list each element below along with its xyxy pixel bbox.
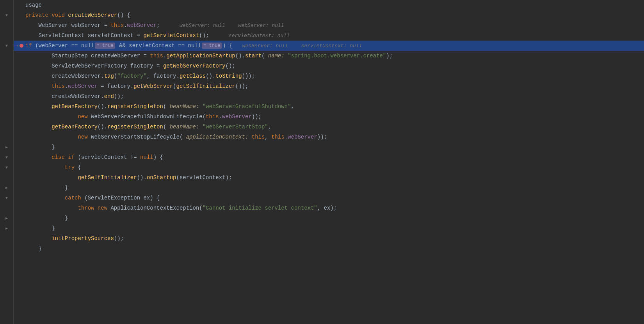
code-line-new-startstop: new WebServerStartStopLifecycle ( applic… [14, 132, 644, 142]
field-webserver-nss: webServer [288, 134, 317, 140]
brace-try: { [78, 164, 81, 171]
indent-bce [25, 225, 52, 231]
type-factory: ServletWebServerFactory [52, 63, 127, 69]
paren-gb2: ( [163, 124, 170, 130]
method-registersingleton2: registerSingleton [107, 124, 163, 130]
paren-gsi: (servletContext); [176, 174, 232, 181]
keyword-this-nss: this [252, 134, 265, 140]
space-hint-ws [160, 22, 180, 28]
fold-icon-15[interactable]: ▼ [4, 155, 9, 160]
type-servletexception: ServletException [88, 195, 140, 201]
code-line-getbean1: getBeanFactory (). registerSingleton ( b… [14, 101, 644, 112]
close-nss: )); [317, 134, 327, 140]
gutter-row-10 [0, 101, 13, 112]
breakpoint-dot-if [20, 44, 23, 48]
breakpoint-area-if [18, 44, 25, 48]
method-name-createWebServer: createWebServer [68, 12, 117, 18]
code-editor[interactable]: usage private void createWebServer () { … [14, 0, 644, 324]
code-line-brace-close-else: } [14, 223, 644, 233]
gutter-row-11 [0, 112, 13, 122]
field-webserver-ng: webServer [222, 114, 252, 120]
method-getwebserver: getWebServer [133, 83, 173, 89]
fold-icon-14[interactable]: ▶ [4, 145, 9, 150]
space-gb1 [199, 103, 202, 110]
method-tag: tag [104, 73, 114, 79]
indent-bct [25, 185, 65, 191]
gutter-row-3 [0, 30, 13, 41]
field-webserver: webServer [127, 22, 157, 28]
fold-icon-19[interactable]: ▼ [4, 196, 9, 200]
gutter-row-2 [0, 20, 13, 30]
method-parens: () { [117, 12, 130, 18]
method-getselfinit: getSelfInitializer [176, 83, 235, 89]
gutter-row-7 [0, 71, 13, 81]
hint-webserver-label2: webServer: null [238, 23, 284, 28]
indent-ip [25, 235, 52, 242]
gutter-row-18: ▶ [0, 183, 13, 193]
keyword-this-wa: this [52, 83, 65, 89]
code-line-tag: createWebServer. tag ( "factory" , facto… [14, 71, 644, 81]
code-text-usage: usage [25, 2, 42, 8]
param-name-ss: name: [268, 53, 285, 59]
parens-gsi: (). [137, 174, 147, 181]
gutter-row-1: ▼ [0, 10, 13, 20]
close-tag: ()); [242, 73, 255, 79]
paren-catch: ( [84, 195, 87, 201]
paren-wa: ( [173, 83, 176, 89]
keyword-null-ei: null [140, 154, 153, 160]
keyword-this-ws: this [110, 22, 124, 28]
gutter-row-21: ▶ [0, 213, 13, 223]
gutter-row-16: ▼ [0, 162, 13, 173]
fold-icon-18[interactable]: ▶ [4, 185, 9, 190]
comma-tag: , factory. [147, 73, 180, 79]
space-sc1: servletContext = [84, 32, 143, 39]
gutter-row-5 [0, 51, 13, 61]
code-line-throw: throw new ApplicationContextException ( … [14, 203, 644, 213]
dot-wa: . [65, 83, 68, 89]
and-if: && servletContext == null [116, 43, 201, 49]
code-line-initproperty: initPropertySources (); [14, 233, 644, 244]
parens-ss: (). [235, 53, 245, 59]
gutter-row-14: ▶ [0, 142, 13, 152]
indent-bc1 [25, 144, 52, 150]
code-line-usage: usage [14, 0, 644, 10]
method-end: end [104, 93, 114, 100]
code-line-new-graceful: new WebServerGracefulShutdownLifecycle (… [14, 112, 644, 122]
keyword-this-ss: this [150, 53, 163, 59]
code-line-try: try { [14, 162, 644, 173]
indent-end [25, 93, 52, 100]
paren-gb1: ( [163, 103, 170, 110]
fold-icon-1[interactable]: ▼ [4, 13, 9, 18]
space-1 [48, 12, 52, 18]
dot-nss: . [285, 134, 288, 140]
fold-icon-21[interactable]: ▶ [4, 216, 9, 221]
code-line-catch: catch ( ServletException ex) { [14, 193, 644, 203]
comma-throw: , ex); [317, 205, 337, 211]
code-line-brace-close-catch: } [14, 213, 644, 223]
paren-ei: (servletContext != [78, 154, 140, 160]
space-ss2 [285, 53, 288, 59]
dot-ss: . [163, 53, 166, 59]
close-ei: ) { [153, 154, 163, 160]
fold-icon-4[interactable]: ▼ [4, 43, 9, 48]
current-line-arrow: → [14, 43, 18, 49]
indent-sc [25, 32, 39, 39]
semicolon-ws: ; [157, 22, 160, 28]
indent-bcm [25, 246, 39, 252]
space-hint-if2 [288, 43, 301, 49]
paren-ng: ( [203, 114, 206, 120]
space-catch: ex) { [140, 195, 160, 201]
hint-webserver-label: webServer: null [180, 23, 225, 28]
keyword-new-nss: new [78, 134, 91, 140]
method-initproperty: initPropertySources [52, 235, 114, 242]
field-webserver-wa: webServer [68, 83, 98, 89]
indent-try [25, 164, 65, 171]
fold-icon-22[interactable]: ▶ [4, 226, 9, 231]
parens-tag2: (). [206, 73, 215, 79]
gutter-row-9 [0, 91, 13, 101]
type-startstop: WebServerStartStopLifecycle [91, 134, 180, 140]
gutter-row-24 [0, 244, 13, 254]
indent-gb1 [25, 103, 52, 110]
fold-icon-16[interactable]: ▼ [4, 165, 9, 170]
type-graceful: WebServerGracefulShutdownLifecycle [91, 114, 203, 120]
